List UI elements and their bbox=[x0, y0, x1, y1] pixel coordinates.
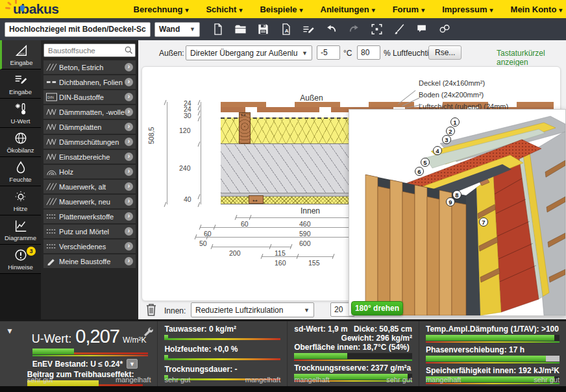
chevron-right-icon[interactable]: › bbox=[125, 123, 133, 131]
inside-label: Innen: bbox=[164, 306, 186, 315]
sidebar-item-hinweise[interactable]: 3 Hinweise bbox=[0, 245, 41, 274]
chevron-right-icon[interactable]: › bbox=[125, 153, 133, 161]
trash-icon[interactable] bbox=[145, 302, 158, 317]
material-category-mauerwerk-alt[interactable]: Mauerwerk, alt› bbox=[43, 180, 136, 193]
chevron-right-icon[interactable]: › bbox=[125, 167, 133, 176]
sidebar-item-diagramme[interactable]: Diagramme bbox=[0, 215, 41, 245]
material-category-verschiedenes[interactable]: Verschiedenes› bbox=[43, 239, 136, 253]
rotate-180-button[interactable]: 180° drehen bbox=[351, 301, 403, 315]
chevron-right-icon[interactable]: › bbox=[125, 227, 133, 236]
material-category-daemmschuettungen[interactable]: Dämmschüttungen› bbox=[43, 135, 136, 149]
menu-anleitungen[interactable]: Anleitungen bbox=[321, 5, 375, 14]
sign-edit-icon[interactable] bbox=[300, 22, 317, 36]
sidebar-item-eingabe-2[interactable]: Eingabe bbox=[0, 69, 41, 99]
material-category-din-baustoffe[interactable]: DIN DIN-Baustoffe› bbox=[43, 90, 136, 104]
open-folder-icon[interactable] bbox=[232, 22, 249, 36]
dim-155: 155 bbox=[308, 259, 320, 267]
inside-condition-select[interactable]: Reduzierte Luftzirkulation ▼ bbox=[191, 302, 314, 317]
layer-marker-9[interactable]: 9 bbox=[446, 197, 455, 206]
keyboard-shortcuts-link[interactable]: Tastaturkürzel anzeigen bbox=[497, 49, 566, 67]
pdf-export-icon[interactable]: A bbox=[277, 22, 294, 36]
caret-down-icon: ▼ bbox=[190, 26, 195, 32]
menu-forum[interactable]: Forum bbox=[393, 5, 425, 14]
material-category-label: Holz bbox=[59, 168, 125, 176]
chevron-right-icon[interactable]: › bbox=[125, 197, 133, 206]
ubakus-logo[interactable]: ubakus bbox=[6, 1, 59, 18]
redo-icon[interactable] bbox=[345, 22, 362, 36]
new-file-icon[interactable] bbox=[209, 22, 226, 36]
material-category-beton-estrich[interactable]: Beton, Estrich› bbox=[43, 60, 136, 74]
material-category-einsatzbereiche[interactable]: Einsatzbereiche› bbox=[43, 150, 136, 164]
viewer-3d-panel[interactable]: 1 2 3 4 5 6 7 8 9 180° drehen bbox=[349, 109, 566, 316]
dimension-line bbox=[201, 102, 201, 204]
material-category-holz[interactable]: Holz› bbox=[43, 165, 136, 178]
resize-arrow-icon[interactable]: ↔ bbox=[240, 109, 247, 118]
chevron-right-icon[interactable]: › bbox=[125, 138, 133, 146]
u-value-number: 0,207 bbox=[75, 326, 119, 347]
menu-impressum[interactable]: Impressum bbox=[442, 5, 493, 14]
outside-humidity-input[interactable] bbox=[357, 45, 380, 60]
material-category-meine-baustoffe[interactable]: Meine Baustoffe› bbox=[43, 254, 136, 268]
resize-arrow-icon[interactable]: ↔ bbox=[251, 195, 259, 204]
hatch-pattern-icon bbox=[46, 63, 59, 71]
save-icon[interactable] bbox=[254, 22, 271, 36]
layer-marker-8[interactable]: 8 bbox=[452, 190, 461, 199]
sidebar-item-hitze[interactable]: Hitze bbox=[0, 186, 41, 215]
material-category-dichtbahnen[interactable]: Dichtbahnen, Folien› bbox=[43, 75, 136, 89]
menu-mein-konto[interactable]: Mein Konto bbox=[511, 5, 563, 14]
rse-button[interactable]: Rse... bbox=[428, 45, 461, 60]
menu-berechnung[interactable]: Berechnung bbox=[134, 5, 189, 14]
outside-condition-select[interactable]: Direkter Übergang zur Außenluft ▼ bbox=[186, 45, 312, 60]
chevron-right-icon[interactable]: › bbox=[125, 257, 133, 265]
sidebar-item-u-wert[interactable]: U-Wert bbox=[0, 99, 41, 128]
chevron-right-icon[interactable]: › bbox=[125, 78, 133, 86]
layer-marker-5[interactable]: 5 bbox=[421, 158, 430, 167]
material-search bbox=[43, 43, 136, 57]
sidebar-item-feuchte[interactable]: Feuchte bbox=[0, 157, 41, 186]
scale-bad-label: mangelhaft bbox=[116, 376, 151, 384]
layer-label-deckel: Deckel (24x160mm²) bbox=[419, 79, 485, 87]
project-name-input[interactable] bbox=[5, 22, 151, 37]
chevron-right-icon[interactable]: › bbox=[125, 242, 133, 251]
fullscreen-icon[interactable] bbox=[368, 22, 385, 36]
material-category-plattenwerkstoffe[interactable]: Plattenwerkstoffe› bbox=[43, 210, 136, 223]
undo-icon[interactable] bbox=[323, 22, 339, 36]
layer-marker-6[interactable]: 6 bbox=[415, 167, 424, 176]
material-category-putz-moertel[interactable]: Putz und Mörtel› bbox=[43, 225, 136, 238]
layer-marker-3[interactable]: 3 bbox=[442, 135, 451, 144]
layer-marker-7[interactable]: 7 bbox=[479, 217, 488, 227]
wrench-icon[interactable] bbox=[143, 326, 153, 337]
layer-marker-2[interactable]: 2 bbox=[446, 127, 455, 136]
material-search-input[interactable] bbox=[43, 43, 136, 57]
collapse-results[interactable]: ▼ bbox=[0, 321, 21, 386]
chevron-right-icon[interactable]: › bbox=[125, 93, 133, 101]
layer-marker-4[interactable]: 4 bbox=[433, 146, 442, 155]
component-type-select[interactable]: Wand ▼ bbox=[154, 22, 200, 37]
share-link-icon[interactable] bbox=[436, 22, 453, 36]
menu-schicht[interactable]: Schicht bbox=[206, 5, 242, 14]
comment-icon[interactable] bbox=[413, 22, 430, 36]
material-category-daemmplatten[interactable]: Dämmplatten› bbox=[43, 120, 136, 134]
tav-bar bbox=[426, 335, 560, 341]
layer-label-boden: Boden (24x200mm²) bbox=[419, 91, 484, 99]
layer-marker-1[interactable]: 1 bbox=[450, 117, 460, 127]
material-category-mauerwerk-neu[interactable]: Mauerwerk, neu› bbox=[43, 195, 136, 208]
chevron-right-icon[interactable]: › bbox=[125, 182, 133, 191]
sidebar-item-label: Eingabe bbox=[9, 88, 32, 95]
toolbar-icons: A bbox=[209, 22, 453, 36]
outside-temp-input[interactable] bbox=[317, 45, 340, 60]
material-category-daemmmatten[interactable]: Dämmmatten, -wolle› bbox=[43, 105, 136, 119]
total-height-dim: 508,5 bbox=[147, 127, 155, 144]
results-col-uvalue: U-Wert: 0,207 W/m²K EnEV Bestand: U ≤ 0.… bbox=[21, 321, 158, 386]
scale-good-label: sehr gut bbox=[164, 376, 190, 384]
menu-beispiele[interactable]: Beispiele bbox=[260, 5, 302, 14]
chevron-right-icon[interactable]: › bbox=[125, 63, 133, 71]
dashed-line-icon bbox=[46, 78, 59, 86]
sidebar-item-eingabe-1[interactable]: Eingabe bbox=[0, 40, 41, 69]
enev-dropdown-button[interactable]: ▼ bbox=[127, 359, 138, 369]
chevron-right-icon[interactable]: › bbox=[125, 108, 133, 116]
draw-brush-icon[interactable] bbox=[391, 22, 408, 36]
dotted-pattern-icon bbox=[46, 212, 59, 221]
sidebar-item-oekobilanz[interactable]: Ökobilanz bbox=[0, 128, 41, 157]
chevron-right-icon[interactable]: › bbox=[125, 212, 133, 221]
